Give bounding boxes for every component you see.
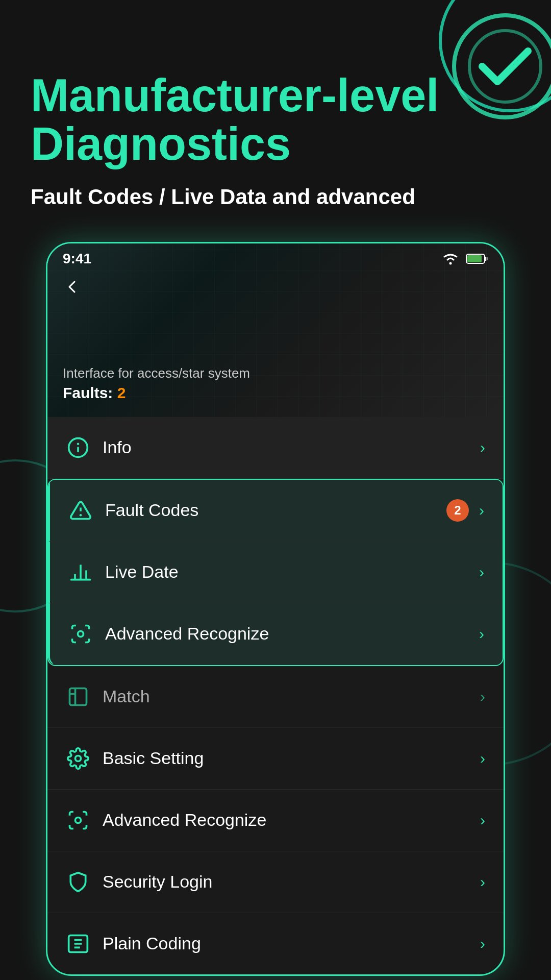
- status-icons: [441, 252, 488, 266]
- security-login-chevron-icon: ›: [480, 873, 485, 891]
- info-chevron-icon: ›: [480, 439, 485, 456]
- hero-title: Manufacturer-level Diagnostics: [31, 71, 520, 168]
- menu-item-plain-coding[interactable]: Plain Coding ›: [47, 913, 504, 974]
- scan-icon: [68, 622, 93, 646]
- back-button[interactable]: [60, 274, 85, 300]
- faults-label: Faults:: [63, 384, 113, 401]
- svg-rect-4: [467, 255, 482, 262]
- bar-chart-icon: [68, 560, 93, 584]
- menu-item-security-login-left: Security Login: [66, 870, 212, 894]
- faults-value: Faults: 2: [63, 384, 250, 402]
- menu-item-advanced-recognize[interactable]: Advanced Recognize ›: [48, 603, 503, 665]
- phone-mockup: 9:41: [46, 242, 505, 976]
- menu-item-advanced-label: Advanced Recognize: [105, 624, 269, 644]
- highlighted-section: Fault Codes 2 ›: [47, 479, 504, 666]
- wifi-icon: [441, 252, 460, 266]
- menu-item-live-date-left: Live Date: [68, 560, 179, 584]
- menu-item-match-left: Match: [66, 684, 150, 709]
- list-icon: [66, 932, 90, 956]
- menu-item-plain-coding-label: Plain Coding: [103, 934, 201, 953]
- svg-point-18: [76, 755, 81, 761]
- live-date-chevron-icon: ›: [479, 564, 484, 581]
- menu-item-basic-setting-left: Basic Setting: [66, 746, 204, 771]
- alert-triangle-icon: [68, 498, 93, 523]
- svg-point-2: [449, 262, 452, 264]
- menu-item-advanced-recognize-2[interactable]: Advanced Recognize ›: [47, 790, 504, 851]
- menu-item-info-label: Info: [103, 437, 132, 457]
- fault-badge: 2: [446, 499, 469, 522]
- menu-item-basic-setting-label: Basic Setting: [103, 748, 204, 768]
- hero-subtitle: Fault Codes / Live Data and advanced: [31, 183, 520, 211]
- svg-point-14: [78, 631, 84, 636]
- menu-item-plain-coding-left: Plain Coding: [66, 932, 201, 956]
- menu-item-info[interactable]: Info ›: [47, 417, 504, 479]
- faults-count: 2: [117, 384, 126, 401]
- shield-icon: [66, 870, 90, 894]
- menu-item-fault-codes-left: Fault Codes: [68, 498, 198, 523]
- scan-icon-2: [66, 808, 90, 832]
- fault-info-overlay: Interface for access/star system Faults:…: [63, 365, 250, 402]
- interface-label: Interface for access/star system: [63, 365, 250, 381]
- advanced-recognize-chevron-icon: ›: [479, 625, 484, 643]
- main-content: Manufacturer-level Diagnostics Fault Cod…: [0, 0, 551, 980]
- battery-icon: [466, 253, 488, 265]
- box-icon: [66, 684, 90, 709]
- menu-item-live-date-label: Live Date: [105, 562, 179, 582]
- settings-icon: [66, 746, 90, 771]
- plain-coding-chevron-icon: ›: [480, 935, 485, 952]
- menu-item-security-login-label: Security Login: [103, 872, 212, 892]
- menu-item-match-label: Match: [103, 687, 150, 706]
- menu-item-live-date[interactable]: Live Date ›: [48, 542, 503, 603]
- menu-item-basic-setting[interactable]: Basic Setting ›: [47, 728, 504, 790]
- menu-item-fault-codes[interactable]: Fault Codes 2 ›: [48, 480, 503, 542]
- svg-point-19: [76, 817, 81, 823]
- menu-item-info-left: Info: [66, 435, 132, 460]
- menu-item-security-login[interactable]: Security Login ›: [47, 851, 504, 913]
- fault-codes-right: 2 ›: [446, 499, 484, 522]
- status-bar: 9:41: [47, 243, 504, 274]
- menu-item-advanced-recognize-2-left: Advanced Recognize: [66, 808, 266, 832]
- info-circle-icon: [66, 435, 90, 460]
- match-chevron-icon: ›: [480, 688, 485, 705]
- svg-rect-15: [70, 688, 87, 705]
- advanced-recognize-2-chevron-icon: ›: [480, 812, 485, 829]
- status-time: 9:41: [63, 251, 91, 267]
- menu-item-fault-codes-label: Fault Codes: [105, 500, 198, 520]
- menu-item-advanced-recognize-2-label: Advanced Recognize: [103, 810, 266, 830]
- menu-item-advanced-left: Advanced Recognize: [68, 622, 269, 646]
- basic-setting-chevron-icon: ›: [480, 750, 485, 767]
- fault-codes-chevron-icon: ›: [479, 502, 484, 519]
- menu-item-match[interactable]: Match ›: [47, 666, 504, 728]
